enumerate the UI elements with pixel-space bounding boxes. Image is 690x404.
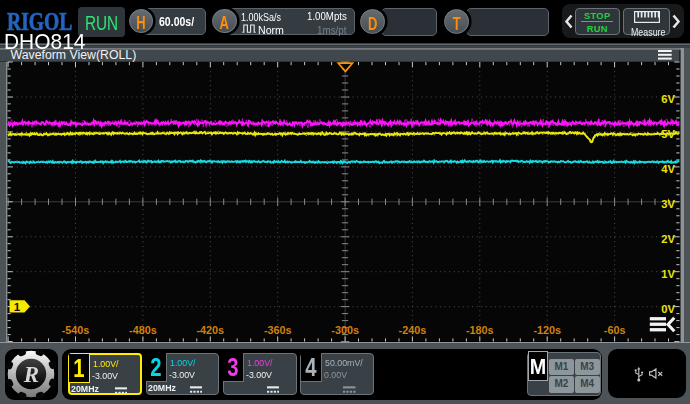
svg-text:5V: 5V	[661, 128, 675, 140]
svg-text:-240s: -240s	[399, 324, 427, 336]
svg-text:-180s: -180s	[466, 324, 494, 336]
svg-text:1: 1	[14, 301, 21, 313]
svg-text:3V: 3V	[661, 198, 675, 210]
svg-text:1V: 1V	[661, 268, 675, 280]
svg-text:-300s: -300s	[331, 324, 359, 336]
svg-text:-480s: -480s	[129, 324, 157, 336]
svg-text:-540s: -540s	[62, 324, 90, 336]
svg-text:-120s: -120s	[533, 324, 561, 336]
svg-text:2V: 2V	[661, 233, 675, 245]
svg-text:-360s: -360s	[264, 324, 292, 336]
svg-text:6V: 6V	[661, 93, 675, 105]
svg-text:R: R	[23, 362, 39, 387]
svg-text:0V: 0V	[661, 303, 675, 315]
svg-text:4V: 4V	[661, 163, 675, 175]
svg-text:-420s: -420s	[196, 324, 224, 336]
svg-text:-60s: -60s	[604, 324, 626, 336]
